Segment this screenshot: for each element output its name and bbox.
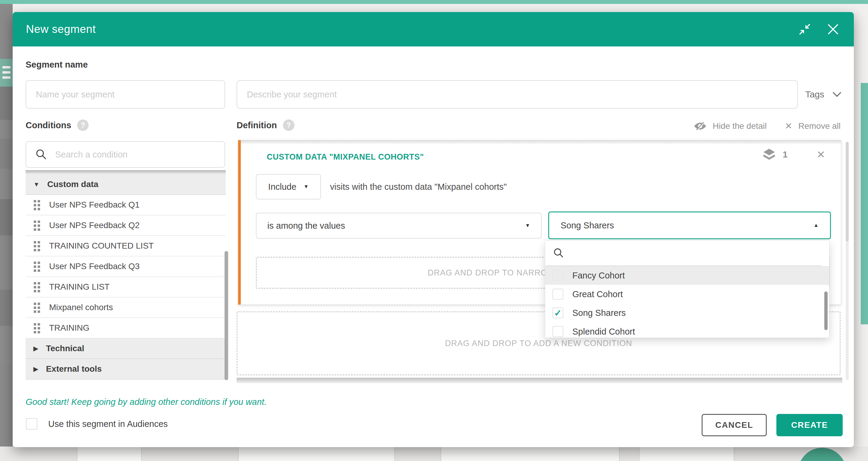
page-column bbox=[77, 446, 142, 461]
value-dropdown[interactable]: Song Sharers ▲ bbox=[548, 211, 831, 239]
tags-dropdown[interactable]: Tags bbox=[805, 87, 842, 102]
segment-name-label: Segment name bbox=[26, 60, 88, 70]
conditions-scrollbar[interactable] bbox=[224, 251, 228, 380]
page-content-bottom bbox=[0, 446, 868, 461]
conditions-list: ▼ Custom data User NPS Feedback Q1 User … bbox=[26, 174, 226, 379]
page-column bbox=[238, 446, 395, 461]
tags-label: Tags bbox=[805, 89, 824, 99]
checkbox-unchecked[interactable] bbox=[553, 289, 563, 299]
screen: New segment Segment name bbox=[0, 0, 868, 461]
cancel-button[interactable]: CANCEL bbox=[702, 414, 767, 436]
condition-item[interactable]: User NPS Feedback Q3 bbox=[26, 256, 226, 277]
page-right-accent bbox=[861, 83, 868, 324]
close-icon[interactable] bbox=[827, 23, 839, 36]
checkbox-unchecked[interactable] bbox=[553, 326, 563, 337]
dropdown-option[interactable]: Splendid Cohort bbox=[545, 322, 829, 338]
help-icon[interactable]: ? bbox=[77, 119, 89, 131]
condition-item[interactable]: TRAINING bbox=[26, 318, 226, 339]
eye-slash-icon bbox=[693, 121, 707, 131]
help-icon[interactable]: ? bbox=[283, 119, 294, 131]
sidebar-item bbox=[0, 139, 13, 169]
hide-detail-button[interactable]: Hide the detail bbox=[693, 121, 767, 131]
drag-handle-icon[interactable] bbox=[33, 199, 40, 210]
encouragement-hint: Good start! Keep going by adding other c… bbox=[26, 396, 267, 408]
check-icon: ✓ bbox=[554, 308, 561, 318]
layers-icon bbox=[762, 148, 776, 161]
condition-search-input[interactable] bbox=[55, 150, 200, 160]
condition-item[interactable]: TRAINING LIST bbox=[26, 277, 226, 297]
segment-name-input[interactable] bbox=[26, 80, 225, 109]
page-topbar bbox=[0, 0, 868, 4]
drag-handle-icon[interactable] bbox=[33, 220, 40, 231]
drag-handle-icon[interactable] bbox=[33, 261, 40, 272]
value-dropdown-panel: Fancy Cohort Great Cohort ✓ Song Sharers… bbox=[545, 240, 830, 338]
caret-down-icon: ▼ bbox=[525, 223, 530, 229]
caret-up-icon: ▲ bbox=[813, 222, 818, 228]
caret-right-icon: ▶ bbox=[33, 365, 38, 373]
modal-title: New segment bbox=[26, 12, 96, 47]
page-sidebar bbox=[0, 4, 13, 446]
caret-down-icon: ▼ bbox=[304, 184, 309, 190]
page-column bbox=[639, 446, 734, 461]
new-segment-modal: New segment Segment name bbox=[13, 12, 854, 447]
operator-dropdown[interactable]: is among the values ▼ bbox=[256, 213, 541, 239]
group-technical[interactable]: ▶ Technical bbox=[26, 339, 226, 359]
condition-item[interactable]: User NPS Feedback Q2 bbox=[26, 215, 226, 236]
condition-card-title: CUSTOM DATA "MIXPANEL COHORTS" bbox=[267, 152, 424, 162]
group-external-tools[interactable]: ▶ External tools bbox=[26, 359, 226, 379]
audiences-checkbox[interactable] bbox=[26, 418, 37, 430]
page-column bbox=[441, 446, 620, 461]
collapse-icon[interactable] bbox=[798, 23, 811, 36]
drag-handle-icon[interactable] bbox=[33, 322, 40, 334]
search-icon bbox=[35, 148, 47, 161]
checkbox-checked[interactable]: ✓ bbox=[553, 308, 563, 318]
definition-label: Definition ? bbox=[237, 119, 294, 131]
drag-handle-icon[interactable] bbox=[33, 240, 40, 251]
audiences-checkbox-label: Use this segment in Audiences bbox=[48, 419, 168, 429]
sidebar-item bbox=[0, 199, 13, 235]
remove-all-button[interactable]: ✕ Remove all bbox=[785, 121, 841, 131]
sidebar-item bbox=[0, 87, 13, 120]
remove-condition-icon[interactable]: ✕ bbox=[817, 148, 826, 161]
dropdown-scrollbar[interactable] bbox=[824, 291, 828, 330]
condition-summary: visits with the custom data "Mixpanel co… bbox=[330, 174, 507, 199]
condition-item[interactable]: TRAINING COUNTED LIST bbox=[26, 236, 226, 256]
condition-search-box[interactable] bbox=[26, 141, 225, 168]
drag-handle-icon[interactable] bbox=[33, 282, 40, 292]
group-custom-data[interactable]: ▼ Custom data bbox=[26, 174, 226, 195]
caret-right-icon: ▶ bbox=[33, 345, 38, 352]
menu-icon bbox=[0, 59, 13, 87]
conditions-scroll-shadow bbox=[26, 170, 226, 174]
sidebar-item bbox=[0, 326, 13, 365]
segment-description-input[interactable] bbox=[237, 80, 798, 109]
dropdown-option[interactable]: Great Cohort bbox=[545, 285, 829, 304]
search-icon bbox=[553, 248, 564, 259]
modal-header: New segment bbox=[13, 12, 854, 47]
definition-scrollbar-thumb[interactable] bbox=[846, 142, 849, 241]
dropdown-option[interactable]: ✓ Song Sharers bbox=[545, 304, 829, 322]
checkbox-unchecked[interactable] bbox=[553, 270, 563, 281]
dropdown-option[interactable]: Fancy Cohort bbox=[545, 266, 829, 285]
create-button[interactable]: CREATE bbox=[776, 414, 843, 436]
dropdown-search-box[interactable] bbox=[545, 241, 829, 265]
condition-item[interactable]: Mixpanel cohorts bbox=[26, 297, 226, 318]
close-icon: ✕ bbox=[785, 121, 792, 131]
sidebar-item bbox=[0, 290, 13, 326]
conditions-label: Conditions ? bbox=[26, 119, 89, 131]
chevron-down-icon bbox=[832, 91, 842, 97]
include-dropdown[interactable]: Include ▼ bbox=[256, 174, 321, 199]
caret-down-icon: ▼ bbox=[33, 181, 39, 188]
drag-handle-icon[interactable] bbox=[33, 302, 40, 313]
definition-horizontal-scrollbar[interactable] bbox=[237, 378, 842, 383]
layer-count: 1 bbox=[783, 149, 788, 160]
condition-item[interactable]: User NPS Feedback Q1 bbox=[26, 195, 226, 215]
